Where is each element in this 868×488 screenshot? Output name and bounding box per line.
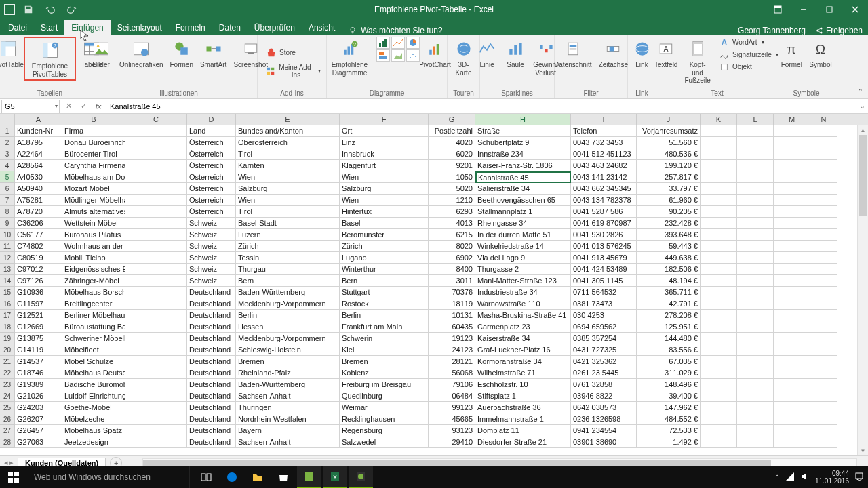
data-cell[interactable] (701, 148, 737, 160)
data-cell[interactable]: Deutschland (187, 436, 236, 448)
header-cell[interactable]: Vorjahresumsatz (637, 125, 701, 137)
data-cell[interactable]: 59.443 € (637, 241, 701, 252)
data-cell[interactable]: Winterthur (340, 264, 429, 275)
recommended-charts-button[interactable]: ?Empfohlene Diagramme (324, 37, 374, 78)
data-cell[interactable]: Regensburg (340, 425, 429, 436)
pivotchart-button[interactable]: PivotChart (421, 37, 450, 70)
data-cell[interactable]: Industriestraße 34 (475, 287, 571, 298)
data-cell[interactable]: 144.480 € (637, 333, 701, 344)
data-cell[interactable]: 449.638 € (637, 252, 701, 264)
column-header[interactable]: I (571, 114, 637, 125)
data-cell[interactable]: Winkelriedstraße 14 (475, 241, 571, 252)
data-cell[interactable]: Schweiz (187, 241, 236, 252)
header-cell[interactable]: Straße (475, 125, 571, 137)
data-cell[interactable]: Hessen (236, 321, 340, 333)
header-cell[interactable] (737, 125, 774, 137)
sparkline-column-button[interactable]: Säule (502, 37, 529, 70)
data-cell[interactable]: Linz (340, 137, 429, 148)
data-cell[interactable]: Kormoranstraße 34 (475, 356, 571, 367)
edge-icon[interactable] (220, 466, 244, 488)
data-cell[interactable]: A50940 (15, 183, 62, 195)
chart-gallery[interactable] (376, 37, 420, 62)
data-cell[interactable]: Koblenz (340, 367, 429, 379)
data-cell[interactable] (774, 333, 810, 344)
data-cell[interactable]: 18119 (429, 298, 475, 310)
data-cell[interactable] (737, 148, 774, 160)
data-cell[interactable]: Deutschland (187, 390, 236, 402)
data-cell[interactable]: 28121 (429, 356, 475, 367)
header-cell[interactable]: Telefon (571, 125, 637, 137)
data-cell[interactable]: Sachsen-Anhalt (236, 390, 340, 402)
data-cell[interactable]: Quedlinburg (340, 390, 429, 402)
data-cell[interactable]: Innstraße 234 (475, 148, 571, 160)
data-cell[interactable] (810, 218, 837, 229)
shapes-button[interactable]: Formen (167, 37, 196, 70)
data-cell[interactable]: Deutschland (187, 344, 236, 356)
header-cell[interactable]: Firma (62, 125, 125, 137)
row-header[interactable]: 3 (0, 148, 15, 160)
data-cell[interactable]: A78720 (15, 206, 62, 218)
data-cell[interactable]: Bern (340, 275, 429, 287)
data-cell[interactable]: Möbelzeche (62, 413, 125, 425)
wordart-button[interactable]: AWordArt▾ (716, 37, 781, 49)
symbol-button[interactable]: ΩSymbol (806, 37, 834, 70)
data-cell[interactable] (774, 379, 810, 390)
data-cell[interactable] (125, 218, 187, 229)
tray-chevron-icon[interactable]: ⌃ (774, 474, 780, 481)
data-cell[interactable] (701, 275, 737, 287)
data-cell[interactable] (125, 321, 187, 333)
taskbar-search[interactable]: Web und Windows durchsuchen (27, 466, 190, 488)
file-explorer-icon[interactable] (245, 466, 270, 488)
data-cell[interactable] (810, 413, 837, 425)
data-cell[interactable]: Bayern (236, 425, 340, 436)
data-cell[interactable]: Wien (236, 195, 340, 206)
data-cell[interactable]: 0041 013 576245 (571, 241, 637, 252)
data-cell[interactable] (737, 264, 774, 275)
data-cell[interactable]: Österreich (187, 171, 236, 183)
data-cell[interactable]: 10131 (429, 310, 475, 321)
data-cell[interactable]: Innsbruck (340, 148, 429, 160)
data-cell[interactable]: Kaiserstraße 34 (475, 333, 571, 344)
data-cell[interactable] (125, 367, 187, 379)
data-cell[interactable]: A22464 (15, 148, 62, 160)
data-cell[interactable]: Möbel Schulze (62, 356, 125, 367)
data-cell[interactable]: 5020 (429, 183, 475, 195)
data-cell[interactable]: 8020 (429, 241, 475, 252)
tray-volume-icon[interactable] (800, 472, 810, 483)
data-cell[interactable]: 33.797 € (637, 183, 701, 195)
data-cell[interactable] (810, 425, 837, 436)
data-cell[interactable] (774, 356, 810, 367)
data-cell[interactable] (737, 137, 774, 148)
data-cell[interactable]: 3011 (429, 275, 475, 287)
data-cell[interactable]: 03946 8822 (571, 390, 637, 402)
data-cell[interactable]: G24203 (15, 402, 62, 413)
data-cell[interactable]: Schweriner Möbelhaus (62, 333, 125, 344)
data-cell[interactable]: Deutschland (187, 367, 236, 379)
data-cell[interactable]: Büroaustattung Balzer (62, 321, 125, 333)
data-cell[interactable]: Stuttgart (340, 287, 429, 298)
data-cell[interactable]: 6215 (429, 229, 475, 241)
data-cell[interactable] (125, 148, 187, 160)
data-cell[interactable]: Bern (236, 275, 340, 287)
data-cell[interactable]: 148.496 € (637, 379, 701, 390)
data-cell[interactable]: Auerbachstraße 36 (475, 402, 571, 413)
scrollbar-thumb[interactable] (859, 135, 867, 216)
data-cell[interactable] (125, 413, 187, 425)
data-cell[interactable]: 0043 463 24682 (571, 160, 637, 171)
row-header[interactable]: 20 (0, 344, 15, 356)
data-cell[interactable]: 06484 (429, 390, 475, 402)
data-cell[interactable]: Österreich (187, 148, 236, 160)
data-cell[interactable] (810, 229, 837, 241)
data-cell[interactable]: 39.400 € (637, 390, 701, 402)
data-cell[interactable] (125, 241, 187, 252)
data-cell[interactable] (810, 402, 837, 413)
data-cell[interactable]: Carynthia Firmenausstattung (62, 160, 125, 171)
collapse-ribbon-icon[interactable]: ⌃ (854, 86, 865, 97)
data-cell[interactable] (125, 264, 187, 275)
data-cell[interactable] (810, 333, 837, 344)
data-cell[interactable]: 0043 141 23142 (571, 171, 637, 183)
row-header[interactable]: 4 (0, 160, 15, 171)
data-cell[interactable]: 0761 32858 (571, 379, 637, 390)
data-cell[interactable]: 0043 134 782378 (571, 195, 637, 206)
column-header[interactable]: D (187, 114, 236, 125)
